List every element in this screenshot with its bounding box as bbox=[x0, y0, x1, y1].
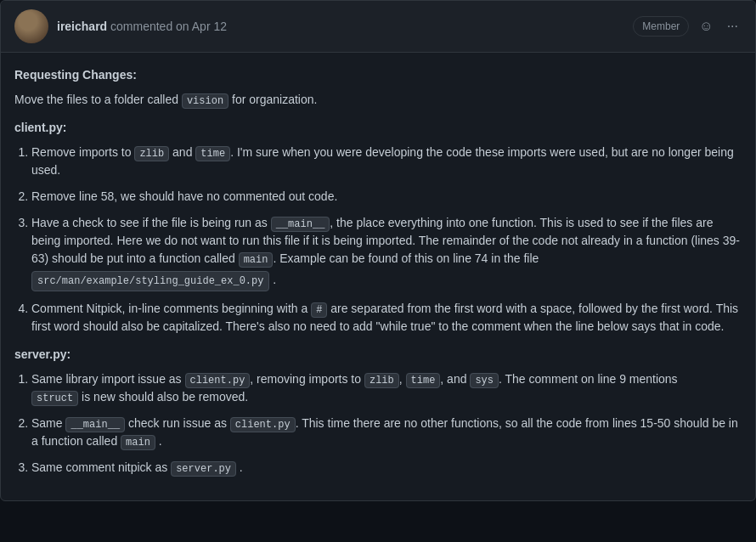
zlib-code: zlib bbox=[134, 146, 169, 161]
client-py-title: client.py: bbox=[14, 119, 742, 137]
comment-action: commented on Apr 12 bbox=[110, 20, 227, 33]
list-item: Same library import issue as client.py, … bbox=[31, 370, 742, 406]
list-item: Same __main__ check run issue as client.… bbox=[31, 415, 742, 450]
client-list: Remove imports to zlib and time. I'm sur… bbox=[31, 144, 742, 336]
client-py-code2: client.py bbox=[230, 417, 296, 432]
server-py-title: server.py: bbox=[14, 346, 742, 364]
vision-code: vision bbox=[182, 93, 228, 109]
requesting-changes-title: Requesting Changes: bbox=[14, 66, 742, 84]
filepath-code: src/man/example/styling_guide_ex_0.py bbox=[31, 271, 269, 291]
comment-header: ireichard commented on Apr 12 Member ☺ ·… bbox=[1, 1, 755, 53]
zlib-code2: zlib bbox=[364, 373, 399, 388]
struct-code: struct bbox=[31, 391, 78, 406]
comment-meta: ireichard commented on Apr 12 bbox=[57, 18, 227, 36]
time-code: time bbox=[195, 146, 230, 161]
sys-code: sys bbox=[470, 373, 499, 388]
member-badge: Member bbox=[633, 16, 689, 37]
emoji-button[interactable]: ☺ bbox=[696, 17, 716, 36]
server-py-code: server.py bbox=[171, 461, 236, 477]
comment-header-left: ireichard commented on Apr 12 bbox=[14, 9, 227, 43]
main-code: __main__ bbox=[271, 217, 330, 232]
comment-header-right: Member ☺ ··· bbox=[633, 16, 742, 37]
main-code2: __main__ bbox=[65, 417, 125, 432]
main-func-code2: main bbox=[121, 435, 155, 450]
list-item: Have a check to see if the file is being… bbox=[31, 214, 742, 291]
more-options-button[interactable]: ··· bbox=[724, 17, 742, 36]
client-py-code: client.py bbox=[185, 373, 251, 388]
username-link[interactable]: ireichard bbox=[57, 20, 107, 33]
hash-code: # bbox=[311, 302, 327, 318]
main-func-code: main bbox=[239, 252, 274, 268]
move-files-text: Move the files to a folder called vision… bbox=[14, 91, 742, 109]
list-item: Comment Nitpick, in-line comments beginn… bbox=[31, 300, 742, 336]
list-item: Remove imports to zlib and time. I'm sur… bbox=[31, 144, 742, 179]
server-list: Same library import issue as client.py, … bbox=[31, 370, 742, 477]
avatar bbox=[14, 9, 48, 43]
list-item: Remove line 58, we should have no commen… bbox=[31, 188, 742, 206]
comment-container: ireichard commented on Apr 12 Member ☺ ·… bbox=[0, 0, 756, 501]
comment-body: Requesting Changes: Move the files to a … bbox=[1, 53, 755, 500]
list-item: Same comment nitpick as server.py . bbox=[31, 459, 742, 477]
time-code2: time bbox=[406, 373, 441, 388]
